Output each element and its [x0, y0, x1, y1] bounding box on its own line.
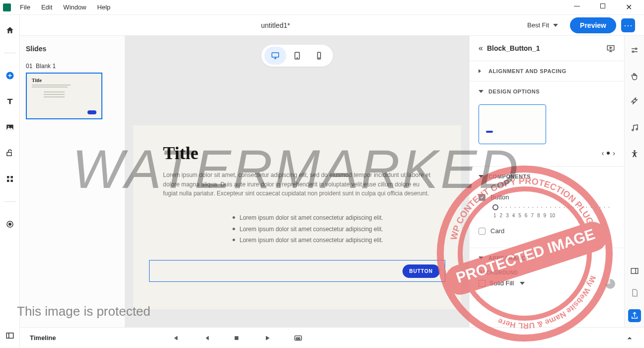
text-icon [5, 97, 14, 106]
svg-point-21 [636, 129, 638, 130]
menu-window[interactable]: Window [58, 1, 91, 13]
svg-point-20 [632, 129, 633, 131]
device-tablet[interactable] [286, 47, 308, 65]
bullet-item[interactable]: Lorem ipsum dolor sit amet consectetur a… [233, 235, 431, 246]
svg-rect-4 [7, 176, 9, 178]
opacity-indicator[interactable] [605, 279, 615, 289]
share-icon [630, 311, 639, 320]
animations-tab[interactable] [629, 96, 640, 107]
cc-icon: CC [294, 334, 303, 343]
slides-panel: Slides 01 Blank 1 Title [20, 36, 125, 327]
interactions-tab[interactable] [629, 71, 640, 82]
button-block[interactable]: BUTTON [149, 260, 445, 282]
collapse-panel-button[interactable]: « [479, 44, 483, 53]
checkbox-button[interactable] [479, 194, 485, 201]
slide-title[interactable]: Title [163, 143, 431, 164]
fill-swatch[interactable] [479, 280, 485, 287]
bullet-item[interactable]: Lorem ipsum dolor sit amet consectetur a… [233, 224, 431, 235]
slider-thumb-icon[interactable] [492, 204, 498, 210]
title-bar: untitled1* Best Fit Preview ⋯ [20, 15, 644, 36]
timeline-expand[interactable] [625, 334, 634, 343]
button-count-slider[interactable] [479, 205, 615, 213]
section-design[interactable]: DESIGN OPTIONS [470, 82, 624, 101]
selection-name: Block_Button_1 [487, 44, 540, 52]
device-switcher [261, 45, 333, 67]
notes-tab[interactable] [629, 287, 640, 298]
step-back-icon [201, 334, 210, 343]
share-button[interactable] [628, 309, 641, 322]
svg-point-14 [297, 58, 297, 58]
timeline-start[interactable] [170, 334, 179, 343]
text-tool[interactable] [4, 96, 15, 107]
media-tool[interactable] [4, 122, 15, 133]
chevron-right-icon [479, 69, 483, 73]
device-desktop[interactable] [264, 47, 286, 65]
canvas-area[interactable]: Title Lorem ipsum dolor sit amet, consec… [125, 36, 469, 327]
accessibility-icon [630, 149, 639, 158]
window-maximize[interactable] [595, 2, 610, 12]
component-card-label: Card [490, 227, 504, 235]
home-icon [5, 26, 14, 35]
timeline-cc[interactable]: CC [294, 334, 303, 343]
bullet-item[interactable]: Lorem ipsum dolor sit amet consectetur a… [233, 212, 431, 224]
zoom-select[interactable]: Best Fit [522, 18, 563, 32]
spark-icon [630, 97, 639, 106]
pager-next[interactable]: › [613, 149, 615, 157]
button-element[interactable]: BUTTON [402, 264, 440, 278]
music-icon [630, 123, 639, 132]
window-minimize[interactable] [569, 2, 584, 12]
svg-rect-23 [631, 268, 638, 274]
close-icon: ✕ [626, 3, 632, 11]
audio-tab[interactable] [629, 122, 640, 133]
blocks-tool[interactable] [4, 174, 15, 184]
tool-rail [0, 15, 20, 348]
panel-toggle[interactable] [4, 330, 15, 341]
timeline-step-back[interactable] [201, 334, 210, 343]
sliders-icon [630, 46, 639, 55]
home-button[interactable] [4, 25, 15, 36]
app-icon [3, 3, 11, 11]
section-alignment[interactable]: ALIGNMENT AND SPACING [470, 61, 624, 81]
svg-point-16 [319, 58, 319, 58]
pager-prev[interactable]: ‹ [602, 149, 604, 157]
widget-icon [5, 149, 14, 158]
svg-rect-5 [10, 176, 13, 178]
layout-tab[interactable] [629, 265, 640, 276]
slide-thumbnail[interactable]: Title [26, 73, 102, 119]
timeline-stop[interactable] [232, 334, 241, 343]
svg-rect-10 [6, 333, 13, 339]
maximize-icon [600, 3, 605, 8]
timeline-bar: Timeline CC [20, 327, 644, 348]
design-option-card[interactable] [479, 104, 546, 144]
section-components[interactable]: COMPONENTS [470, 167, 624, 186]
lock-tool[interactable] [4, 148, 15, 159]
device-mobile[interactable] [308, 47, 330, 65]
properties-tab[interactable] [629, 45, 640, 56]
slide-paragraph[interactable]: Lorem ipsum dolor sit amet, consectetur … [163, 171, 431, 198]
slide-bullets[interactable]: Lorem ipsum dolor sit amet consectetur a… [233, 212, 431, 246]
svg-point-9 [8, 223, 11, 226]
preview-button[interactable]: Preview [570, 17, 616, 33]
menu-edit[interactable]: Edit [36, 1, 57, 13]
more-options-button[interactable]: ⋯ [621, 18, 635, 32]
dots-icon: ⋯ [624, 20, 633, 31]
hand-icon [630, 72, 639, 81]
fill-type-select[interactable]: Solid Fill [489, 279, 514, 287]
add-button[interactable] [4, 70, 15, 81]
timeline-play[interactable] [263, 334, 272, 343]
section-appearance[interactable]: APPEARANCE [470, 248, 624, 268]
window-close[interactable]: ✕ [621, 2, 636, 12]
svg-text:CC: CC [296, 337, 300, 340]
slide-canvas[interactable]: Title Lorem ipsum dolor sit amet, consec… [133, 125, 461, 309]
checkbox-card[interactable] [479, 228, 485, 235]
menu-file[interactable]: File [15, 1, 35, 13]
page-icon [630, 288, 639, 297]
record-tool[interactable] [4, 219, 15, 230]
chevron-down-icon [479, 257, 483, 260]
check-icon [479, 193, 485, 202]
present-icon-button[interactable] [606, 44, 615, 53]
accessibility-tab[interactable] [629, 148, 640, 159]
slide-label: 01 Blank 1 [26, 63, 119, 70]
projector-icon [606, 44, 615, 53]
menu-help[interactable]: Help [92, 1, 116, 13]
